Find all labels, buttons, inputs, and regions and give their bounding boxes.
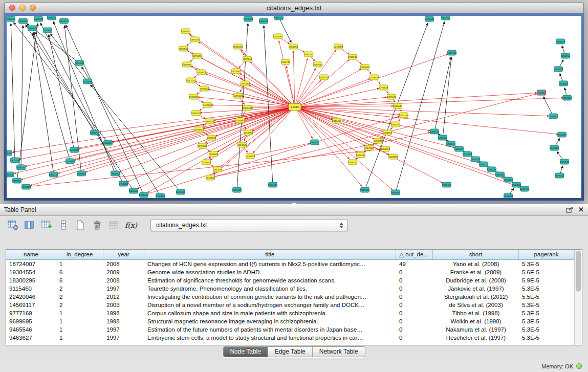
table-cell[interactable]: Structural magnetic resonance image aver… xyxy=(144,317,396,325)
graph-node[interactable]: 1880210 xyxy=(561,53,570,58)
table-cell[interactable]: 5.3E-5 xyxy=(519,317,574,325)
graph-node[interactable]: 2026955 xyxy=(70,147,79,152)
table-cell[interactable]: Jankovic et al. (1997) xyxy=(433,285,519,293)
column-header-short[interactable]: short xyxy=(433,250,519,260)
table-scrollbar[interactable] xyxy=(574,250,582,345)
table-cell[interactable]: 1997 xyxy=(103,334,144,342)
graph-node[interactable]: 2067117 xyxy=(187,78,195,83)
table-cell[interactable]: Estimation of significance thresholds fo… xyxy=(144,276,396,285)
graph-node[interactable]: 2045991 xyxy=(391,190,400,195)
graph-node[interactable]: 1753715 xyxy=(369,75,379,80)
graph-node[interactable]: 1990411 xyxy=(443,182,451,187)
table-cell[interactable]: 19384554 xyxy=(6,268,56,276)
table-cell[interactable]: 5.3E-5 xyxy=(519,334,574,342)
graph-node[interactable]: 1829301 xyxy=(12,178,21,183)
graph-node[interactable]: 1754203 xyxy=(487,167,496,172)
table-cell[interactable]: 5.3E-5 xyxy=(519,285,574,293)
table-cell[interactable]: 0 xyxy=(396,334,433,342)
column-visibility-icon[interactable] xyxy=(23,218,36,232)
graph-node[interactable]: 9245012 xyxy=(504,193,513,198)
table-row[interactable]: 1938455462009Genome-wide association stu… xyxy=(6,268,574,276)
graph-node[interactable]: 1845301 xyxy=(550,145,559,150)
graph-node[interactable]: 1752941 xyxy=(202,160,211,165)
table-cell[interactable]: 2003 xyxy=(103,301,144,309)
table-cell[interactable]: 0 xyxy=(396,285,433,293)
graph-node[interactable]: 1663951 xyxy=(289,44,298,49)
tab-node-table[interactable]: Node Table xyxy=(223,347,268,357)
table-cell[interactable]: 2009 xyxy=(103,268,144,276)
table-cell[interactable]: 5.3E-5 xyxy=(519,309,574,317)
graph-node[interactable]: 1845112 xyxy=(512,182,521,187)
graph-node[interactable]: 2208058 xyxy=(233,44,243,49)
table-cell[interactable]: 1 xyxy=(56,309,103,317)
graph-node[interactable]: 1320176 xyxy=(319,75,329,80)
graph-node[interactable]: 1706967 xyxy=(182,62,191,67)
table-cell[interactable]: 5.5E-5 xyxy=(519,293,574,301)
graph-node[interactable]: 1754091 xyxy=(268,182,277,187)
graph-node[interactable]: 1857964 xyxy=(364,145,374,150)
table-cell[interactable]: de Silva et al. (2003) xyxy=(433,301,519,309)
graph-node[interactable]: 1694483 xyxy=(28,26,37,31)
table-cell[interactable]: 1998 xyxy=(103,309,144,317)
table-cell[interactable]: 9699695 xyxy=(6,317,56,325)
column-header-out_de[interactable]: △ out_de… xyxy=(396,250,433,260)
table-cell[interactable]: 6 xyxy=(56,276,103,285)
table-cell[interactable]: 1 xyxy=(56,334,103,342)
table-cell[interactable]: 6 xyxy=(56,268,103,276)
new-table-icon[interactable] xyxy=(74,218,87,232)
graph-node[interactable]: 1927315 xyxy=(554,67,563,72)
table-cell[interactable]: 18300295 xyxy=(6,276,56,285)
table-row[interactable]: 1872400712008Changes of HCN gene express… xyxy=(6,260,574,268)
graph-node[interactable]: 1684203 xyxy=(259,18,268,24)
table-cell[interactable]: Dudbridge et al. (2008) xyxy=(433,276,519,285)
graph-node[interactable]: 1809490 xyxy=(388,154,398,159)
graph-node[interactable]: 1955001 xyxy=(232,187,242,192)
graph-node[interactable]: 1099467 xyxy=(233,93,243,98)
table-row[interactable]: 911546021997Tourette syndrome. Phenomeno… xyxy=(6,285,574,293)
table-cell[interactable]: 18724007 xyxy=(6,260,56,268)
table-cell[interactable]: 2012 xyxy=(103,293,144,301)
graph-node[interactable]: 2204997 xyxy=(235,118,245,123)
graph-node[interactable]: 1754401 xyxy=(119,181,128,186)
column-header-name[interactable]: name xyxy=(6,250,56,260)
graph-node[interactable]: 1591103 xyxy=(556,39,565,44)
table-cell[interactable]: Wolkin et al. (1998) xyxy=(433,317,519,325)
graph-node[interactable]: 2051239 xyxy=(34,16,43,21)
table-cell[interactable]: 0 xyxy=(396,309,433,317)
graph-node[interactable]: 1903327 xyxy=(103,140,113,145)
graph-node[interactable]: 1544432 xyxy=(7,172,14,177)
graph-node[interactable]: 8183041 xyxy=(425,16,434,21)
table-cell[interactable]: 5.6E-5 xyxy=(519,268,574,276)
graph-node[interactable]: 1654749 xyxy=(281,59,290,64)
graph-node[interactable]: 2045112 xyxy=(480,162,488,167)
table-cell[interactable]: Investigating the contribution of common… xyxy=(144,293,396,301)
graph-node[interactable]: 1850214 xyxy=(111,171,120,176)
graph-node[interactable]: 1404403 xyxy=(7,150,12,156)
table-cell[interactable]: Nakamura et al. (1997) xyxy=(433,325,519,334)
graph-node[interactable]: 2071644 xyxy=(43,28,52,33)
graph-node[interactable]: 1841011 xyxy=(129,188,138,193)
table-scrollbar-thumb[interactable] xyxy=(576,251,581,292)
graph-hub-node[interactable]: 17240 xyxy=(289,104,301,111)
zoom-window-button[interactable] xyxy=(30,5,36,11)
graph-node[interactable]: 1384013 xyxy=(47,16,56,20)
graph-node[interactable]: 1575493 xyxy=(356,152,365,158)
graph-node[interactable]: 1625413 xyxy=(246,154,255,159)
graph-node[interactable]: 1924501 xyxy=(504,177,513,182)
table-cell[interactable]: 1997 xyxy=(103,325,144,334)
graph-node[interactable]: 2051332 xyxy=(75,60,84,65)
table-cell[interactable]: 1997 xyxy=(103,285,144,293)
graph-node[interactable]: 1610453 xyxy=(83,79,92,84)
table-cell[interactable]: Tourette syndrome. Phenomenology and cla… xyxy=(144,285,396,293)
graph-node[interactable]: 2275391 xyxy=(192,53,202,58)
table-cell[interactable]: Stergiakouli et al. (2012) xyxy=(433,293,519,301)
new-row-icon[interactable] xyxy=(57,218,70,232)
table-row[interactable]: 977716911998Corpus callosum shape and si… xyxy=(6,309,574,317)
graph-node[interactable]: 1125439 xyxy=(274,34,282,39)
table-cell[interactable]: Disruption of a novel member of a sodium… xyxy=(144,301,396,309)
table-row[interactable]: 1456911722003Disruption of a novel membe… xyxy=(6,301,574,309)
graph-node[interactable]: 1961372 xyxy=(304,52,313,57)
new-column-icon[interactable] xyxy=(40,218,53,232)
column-header-pagerank[interactable]: pagerank xyxy=(519,250,574,260)
table-cell[interactable]: 0 xyxy=(396,301,433,309)
